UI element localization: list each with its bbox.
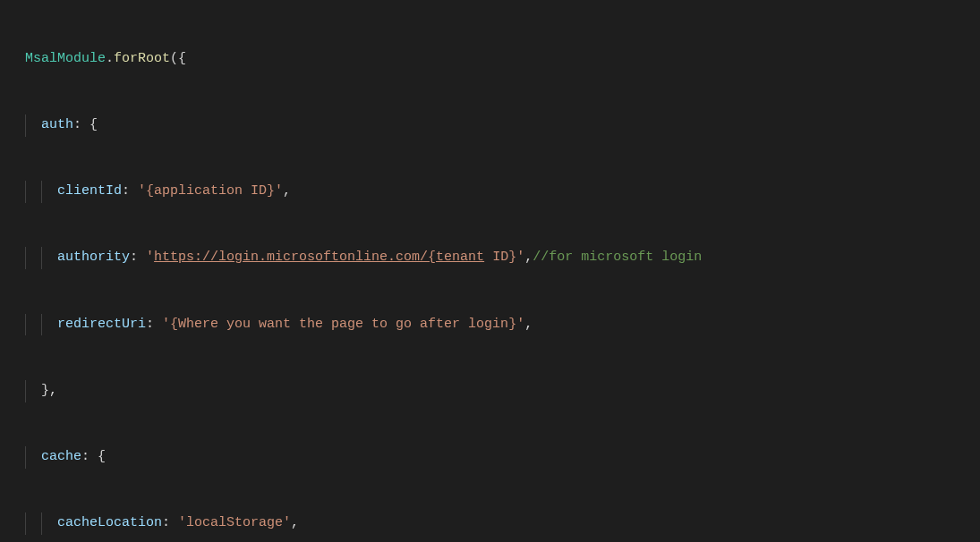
code-line: auth: { (0, 114, 980, 137)
token-url: https://login.microsoftonline.com/{tenan… (154, 247, 484, 269)
code-line: MsalModule.forRoot({ (0, 48, 980, 71)
code-line: authority: 'https://login.microsoftonlin… (0, 247, 980, 269)
token-prop: authority (57, 247, 130, 269)
token-prop: cacheLocation (57, 512, 162, 535)
token-punct: : { (73, 114, 98, 137)
token-prop: clientId (57, 181, 122, 203)
token-brace: }, (41, 380, 57, 402)
code-line: }, (0, 380, 980, 402)
token-brace: ({ (170, 48, 186, 71)
code-line: cacheLocation: 'localStorage', (0, 512, 980, 535)
token-prop: auth (41, 114, 73, 137)
token-string: '{Where you want the page to go after lo… (162, 314, 524, 336)
token-string: 'localStorage' (178, 512, 291, 535)
token-punct: . (106, 48, 114, 71)
token-func: forRoot (114, 48, 170, 71)
code-line: redirectUri: '{Where you want the page t… (0, 314, 980, 336)
token-comment: //for microsoft login (533, 247, 702, 269)
code-editor[interactable]: MsalModule.forRoot({ auth: { clientId: '… (0, 4, 980, 542)
token-string: '{application ID}' (138, 181, 283, 203)
token-type: MsalModule (25, 48, 106, 71)
code-line: cache: { (0, 446, 980, 469)
token-prop: redirectUri (57, 314, 146, 336)
token-prop: cache (41, 446, 81, 469)
code-line: clientId: '{application ID}', (0, 181, 980, 203)
